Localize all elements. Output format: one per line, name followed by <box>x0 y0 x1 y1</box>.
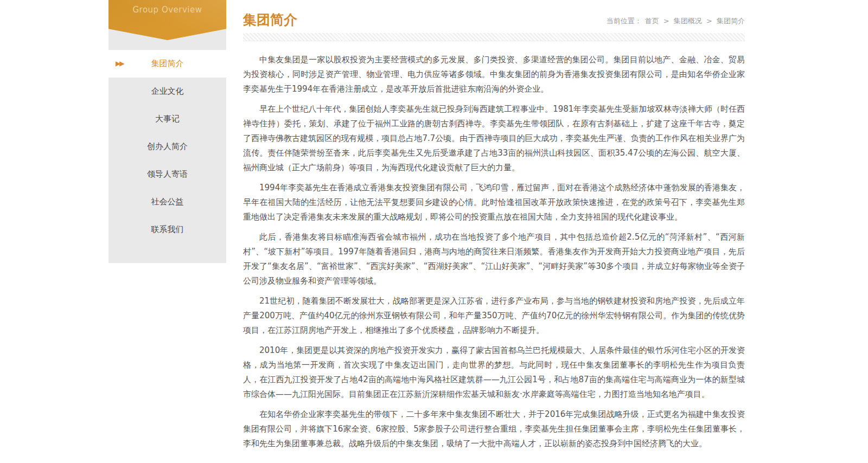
double-arrow-icon: ▶▶ <box>116 50 123 78</box>
article-body: 中集友集团是一家以股权投资为主要经营模式的多元发展、多门类投资、多渠道经营的集团… <box>243 53 745 451</box>
body-paragraph: 在知名华侨企业家李奕基先生的带领下，二十多年来中集友集团不断壮大，并于2016年… <box>243 407 745 451</box>
sidebar-item-label: 领导人寄语 <box>147 169 188 179</box>
body-paragraph: 早在上个世纪八十年代，集团创始人李奕基先生就已投身到海西建筑工程事业中。1981… <box>243 102 745 175</box>
sidebar-item-label: 创办人简介 <box>147 142 188 151</box>
sidebar-item-corporate-culture[interactable]: 企业文化 <box>108 78 226 105</box>
breadcrumb-separator: > <box>663 17 669 25</box>
body-paragraph: 21世纪初，随着集团不断发展壮大，战略部署更是深入江苏省，进行多产业布局，参与当… <box>243 294 745 338</box>
breadcrumb-link-group-overview[interactable]: 集团概况 <box>674 17 702 25</box>
breadcrumb: 当前位置：首页 > 集团概况 > 集团简介 <box>607 16 745 28</box>
body-paragraph: 中集友集团是一家以股权投资为主要经营模式的多元发展、多门类投资、多渠道经营的集团… <box>243 53 745 97</box>
main-header: 集团简介 当前位置：首页 > 集团概况 > 集团简介 <box>243 0 745 28</box>
sidebar-item-label: 集团简介 <box>151 59 184 68</box>
sidebar-banner-title: Group Overview <box>108 0 226 15</box>
body-paragraph: 1994年李奕基先生在香港成立香港集友投资集团有限公司，飞鸿印雪，雁过留声，面对… <box>243 181 745 224</box>
breadcrumb-separator: > <box>706 17 712 25</box>
breadcrumb-prefix: 当前位置： <box>607 17 642 25</box>
sidebar-item-founder-intro[interactable]: 创办人简介 <box>108 133 226 160</box>
breadcrumb-link-home[interactable]: 首页 <box>645 17 659 25</box>
sidebar-item-contact-us[interactable]: 联系我们 <box>108 216 226 243</box>
sidebar-item-milestones[interactable]: 大事记 <box>108 105 226 133</box>
page: Group Overview ▶▶ 集团简介 企业文化 大事记 创办人简介 领导… <box>0 0 868 463</box>
sidebar-item-leader-message[interactable]: 领导人寄语 <box>108 160 226 188</box>
main-content: 集团简介 当前位置：首页 > 集团概况 > 集团简介 中集友集团是一家以股权投资… <box>243 0 745 451</box>
body-paragraph: 2010年，集团更是以其资深的房地产投资开发实力，赢得了蒙古国首都乌兰巴托规模最… <box>243 343 745 402</box>
page-title: 集团简介 <box>243 12 297 28</box>
title-divider <box>243 33 745 41</box>
sidebar-item-label: 联系我们 <box>151 224 184 234</box>
sidebar-item-label: 企业文化 <box>151 86 184 96</box>
sidebar-item-label: 社会公益 <box>151 197 184 207</box>
sidebar-item-group-intro[interactable]: ▶▶ 集团简介 <box>108 50 226 78</box>
sidebar-item-social-welfare[interactable]: 社会公益 <box>108 188 226 216</box>
sidebar-item-label: 大事记 <box>155 114 180 124</box>
body-paragraph: 此后，香港集友将目标瞄准海西省会城市福州，成功在当地投资了多个地产项目，其中包括… <box>243 230 745 288</box>
breadcrumb-current-page[interactable]: 集团简介 <box>717 17 745 25</box>
sidebar-menu: ▶▶ 集团简介 企业文化 大事记 创办人简介 领导人寄语 社会公益 联系我们 <box>108 27 226 263</box>
